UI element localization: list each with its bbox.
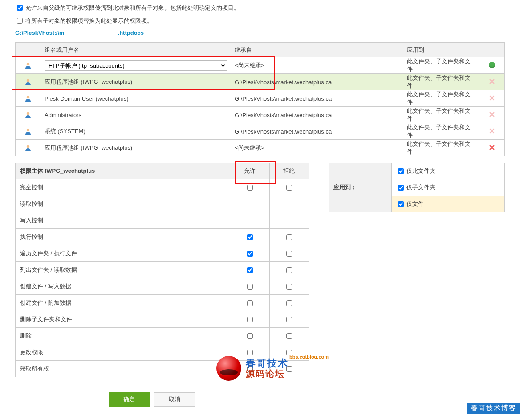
delete-icon — [489, 111, 495, 118]
delete-icon — [489, 95, 495, 101]
allow-checkbox[interactable] — [247, 185, 253, 191]
applyto-checkbox[interactable] — [398, 185, 404, 191]
inherit-from: G:\PleskVhosts\market.wechatplus.ca — [231, 74, 403, 90]
th-name: 组名或用户名 — [41, 43, 231, 57]
applyto-checkbox[interactable] — [398, 168, 404, 174]
perm-row: 读取控制 — [16, 196, 309, 212]
applyto-item[interactable]: 仅文件 — [396, 200, 500, 208]
perm-row: 列出文件夹 / 读取数据 — [16, 262, 309, 278]
allow-checkbox[interactable] — [247, 333, 253, 339]
table-row[interactable]: AdministratorsG:\PleskVhosts\market.wech… — [16, 107, 505, 123]
users-table: 组名或用户名 继承自 应用到 FTP子帐户 (ftp_subaccounts)<… — [15, 42, 505, 156]
perm-label: 创建文件 / 写入数据 — [16, 278, 230, 295]
apply-to-cell: 此文件夹、子文件夹和文件 — [403, 74, 479, 90]
table-row[interactable]: 系统 (SYSTEM)G:\PleskVhosts\market.wechatp… — [16, 123, 505, 140]
deny-checkbox[interactable] — [286, 317, 292, 322]
user-name: 应用程序池组 (IWPG_wechatplus) — [41, 74, 231, 90]
user-icon — [24, 78, 32, 86]
inherit-from: G:\PleskVhosts\market.wechatplus.ca — [231, 107, 403, 123]
inherit-from: <尚未继承> — [231, 140, 403, 156]
replace-checkbox[interactable] — [17, 18, 23, 24]
perm-row: 遍历文件夹 / 执行文件 — [16, 245, 309, 262]
perm-allow-header: 允许 — [230, 163, 269, 179]
deny-checkbox[interactable] — [286, 267, 292, 273]
table-row[interactable]: 应用程序池组 (IWPG_wechatplus)<尚未继承>此文件夹、子文件夹和… — [16, 140, 505, 156]
inherit-from: <尚未继承> — [231, 57, 403, 74]
applyto-item[interactable]: 仅子文件夹 — [396, 183, 500, 192]
user-name: Administrators — [41, 107, 231, 123]
user-icon — [24, 95, 32, 102]
allow-checkbox[interactable] — [247, 300, 253, 306]
table-row[interactable]: 应用程序池组 (IWPG_wechatplus)G:\PleskVhosts\m… — [16, 74, 505, 90]
option-inherit-row: 允许来自父级的可继承权限传播到此对象和所有子对象。包括此处明确定义的项目。 — [15, 4, 505, 12]
table-row[interactable]: Plesk Domain User (wechatplus)G:\PleskVh… — [16, 90, 505, 107]
user-icon — [24, 128, 32, 135]
applyto-checkbox[interactable] — [398, 201, 404, 207]
perm-label: 执行控制 — [16, 229, 230, 245]
apply-to-header: 应用到： — [329, 163, 392, 212]
apply-to-cell: 此文件夹、子文件夹和文件 — [403, 140, 479, 156]
option-replace-row: 将所有子对象的权限项替换为此处显示的权限项。 — [15, 16, 505, 25]
deny-checkbox[interactable] — [286, 333, 292, 339]
perm-label: 创建文件 / 附加数据 — [16, 295, 230, 311]
deny-checkbox[interactable] — [286, 284, 292, 290]
applyto-item[interactable]: 仅此文件夹 — [396, 167, 500, 175]
perm-row: 更改权限 — [16, 344, 309, 361]
allow-checkbox[interactable] — [247, 350, 253, 355]
deny-checkbox[interactable] — [286, 300, 292, 306]
perm-label: 读取控制 — [16, 196, 230, 212]
perm-label: 完全控制 — [16, 179, 230, 196]
perm-deny-header: 拒绝 — [269, 163, 309, 179]
path-suffix: .httpdocs — [118, 29, 144, 36]
user-name: Plesk Domain User (wechatplus) — [41, 90, 231, 107]
perm-label: 列出文件夹 / 读取数据 — [16, 262, 230, 278]
path-mask — [65, 31, 118, 36]
perm-label: 遍历文件夹 / 执行文件 — [16, 245, 230, 262]
perm-row: 执行控制 — [16, 229, 309, 245]
deny-checkbox[interactable] — [286, 366, 292, 372]
perm-label: 删除子文件夹和文件 — [16, 311, 230, 328]
allow-checkbox[interactable] — [247, 267, 253, 273]
path-prefix: G:\PleskVhosts\m — [15, 29, 65, 36]
apply-to-table: 应用到： 仅此文件夹 仅子文件夹 仅文件 — [329, 163, 505, 212]
user-name: 应用程序池组 (IWPG_wechatplus) — [41, 140, 231, 156]
allow-checkbox[interactable] — [247, 234, 253, 240]
perm-row: 写入控制 — [16, 212, 309, 229]
user-icon — [24, 111, 32, 118]
perm-label: 更改权限 — [16, 344, 230, 361]
apply-to-cell: 此文件夹、子文件夹和文件 — [403, 123, 479, 140]
inherit-from: G:\PleskVhosts\market.wechatplus.ca — [231, 123, 403, 140]
perm-title: 权限主体 IWPG_wechatplus — [16, 163, 230, 179]
perm-row: 获取所有权 — [16, 361, 309, 377]
delete-icon[interactable] — [489, 144, 495, 151]
deny-checkbox[interactable] — [286, 185, 292, 191]
deny-checkbox[interactable] — [286, 350, 292, 355]
user-select[interactable]: FTP子帐户 (ftp_subaccounts) — [45, 60, 227, 71]
perm-row: 创建文件 / 写入数据 — [16, 278, 309, 295]
user-name: 系统 (SYSTEM) — [41, 123, 231, 140]
user-icon — [24, 62, 32, 69]
add-icon[interactable] — [489, 62, 495, 68]
cancel-button[interactable]: 取消 — [154, 392, 195, 407]
button-row: 确定 取消 — [15, 392, 505, 407]
allow-checkbox[interactable] — [247, 317, 253, 322]
inherit-from: G:\PleskVhosts\market.wechatplus.ca — [231, 90, 403, 107]
perm-label: 获取所有权 — [16, 361, 230, 377]
breadcrumb-path[interactable]: G:\PleskVhosts\m.httpdocs — [15, 29, 505, 36]
table-row[interactable]: FTP子帐户 (ftp_subaccounts)<尚未继承>此文件夹、子文件夹和… — [16, 57, 505, 74]
perm-row: 删除 — [16, 328, 309, 344]
perm-label: 写入控制 — [16, 212, 230, 229]
deny-checkbox[interactable] — [286, 234, 292, 240]
perm-row: 创建文件 / 附加数据 — [16, 295, 309, 311]
ok-button[interactable]: 确定 — [109, 392, 150, 407]
inherit-checkbox[interactable] — [17, 5, 23, 11]
delete-icon — [489, 78, 495, 85]
allow-checkbox[interactable] — [247, 284, 253, 290]
inherit-label: 允许来自父级的可继承权限传播到此对象和所有子对象。包括此处明确定义的项目。 — [25, 4, 240, 12]
deny-checkbox[interactable] — [286, 251, 292, 257]
delete-icon — [489, 128, 495, 134]
allow-checkbox[interactable] — [247, 251, 253, 257]
allow-checkbox[interactable] — [247, 366, 253, 372]
perm-row: 删除子文件夹和文件 — [16, 311, 309, 328]
perm-label: 删除 — [16, 328, 230, 344]
